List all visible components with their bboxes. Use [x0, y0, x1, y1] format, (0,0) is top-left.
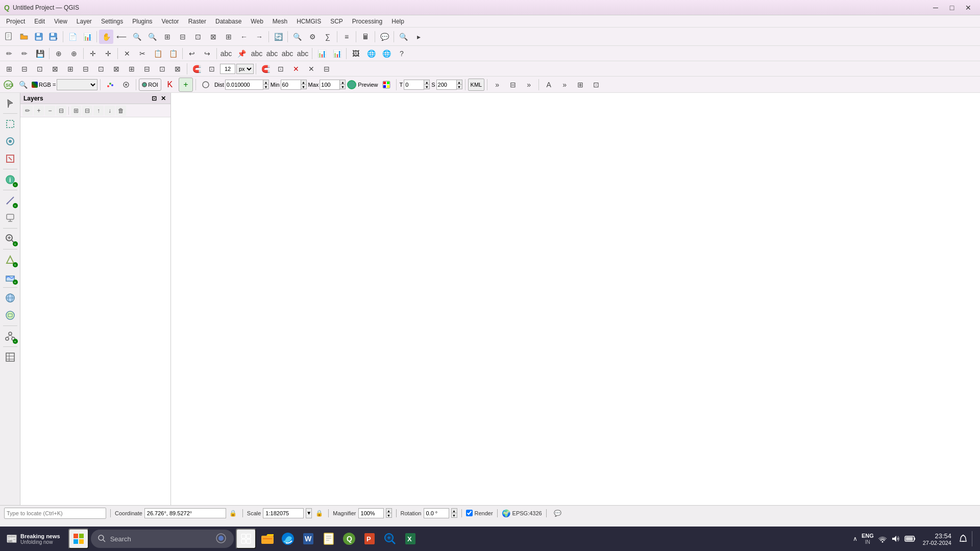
advanced-digit-button[interactable]: ⊡	[274, 62, 288, 76]
label-tool-button[interactable]: abc	[219, 46, 233, 61]
undo-button[interactable]: ↩	[185, 46, 199, 61]
snap2-button[interactable]: ⊡	[33, 62, 47, 76]
menu-plugins[interactable]: Plugins	[128, 17, 156, 26]
crs-icon-button[interactable]: 🌍	[502, 509, 510, 517]
taskbar-excel[interactable]: X	[401, 530, 420, 548]
paste-features-button[interactable]: 📋	[166, 46, 180, 61]
battery-tray[interactable]	[904, 535, 916, 542]
georef2-button[interactable]: 🌐	[379, 46, 394, 61]
taskbar-file-explorer[interactable]	[258, 530, 277, 548]
layers-remove-button[interactable]: −	[45, 106, 55, 116]
zoom-out-button[interactable]: 🔍	[145, 30, 159, 44]
scp-add-button[interactable]: +	[179, 78, 193, 92]
diagram2-button[interactable]: 📊	[330, 46, 344, 61]
menu-view[interactable]: View	[50, 17, 71, 26]
layers-edit-button[interactable]: ✏	[22, 106, 33, 116]
scp-more4[interactable]: ⊞	[573, 78, 587, 92]
delete-selected-button[interactable]: ✕	[120, 46, 134, 61]
reports-button[interactable]: 📊	[80, 30, 94, 44]
left-measure-button[interactable]: +	[2, 192, 18, 209]
georef-button[interactable]: 🌐	[364, 46, 378, 61]
menu-raster[interactable]: Raster	[184, 17, 210, 26]
rotate-feature-button[interactable]: ⊠	[170, 62, 185, 76]
show-hide-labels-button[interactable]: abc	[250, 46, 264, 61]
menu-mesh[interactable]: Mesh	[268, 17, 291, 26]
layers-collapse-button[interactable]: ⊟	[82, 106, 92, 116]
left-identify-button[interactable]: i +	[2, 171, 18, 188]
taskbar-qgis[interactable]: Q	[340, 530, 358, 548]
snap-settings-button[interactable]: ⊟	[17, 62, 32, 76]
scp-text1[interactable]: A	[542, 78, 556, 92]
scp-roi-button[interactable]: K	[163, 78, 177, 92]
add-feature-button[interactable]: ⊕	[52, 46, 66, 61]
news-ticker[interactable]: 📰 Breaking news Unfolding now	[4, 533, 62, 545]
scp-settings-button[interactable]	[119, 78, 133, 92]
select4-button[interactable]: ⊞	[63, 62, 78, 76]
snap-px-input[interactable]	[220, 64, 235, 74]
raster-edit-button[interactable]: 🖼	[349, 46, 363, 61]
redo-button[interactable]: ↪	[200, 46, 214, 61]
deselect-button[interactable]: ⊟	[79, 62, 93, 76]
show-desktop-tray[interactable]	[972, 531, 976, 546]
open-project-button[interactable]	[17, 30, 31, 44]
render-checkbox[interactable]	[466, 510, 473, 516]
log-messages-button[interactable]: 💬	[551, 506, 565, 520]
volume-tray[interactable]	[891, 534, 900, 543]
maximize-button[interactable]: □	[944, 3, 960, 13]
taskbar-word[interactable]: W	[299, 530, 317, 548]
menu-database[interactable]: Database	[211, 17, 246, 26]
change-label-properties-button[interactable]: abc	[296, 46, 310, 61]
save-as-button[interactable]: +	[46, 30, 61, 44]
layers-delete-button[interactable]: 🗑	[116, 106, 126, 116]
left-feature-button[interactable]	[2, 133, 18, 149]
magnifier-input[interactable]	[358, 508, 384, 518]
pan-map-button[interactable]: ⟵	[114, 30, 129, 44]
scp-more5[interactable]: ⊡	[589, 78, 603, 92]
vertex-tool-button[interactable]: ✛	[86, 46, 100, 61]
scp-more2[interactable]: ⊟	[506, 78, 520, 92]
zoom-layer-button[interactable]: ⊡	[191, 30, 205, 44]
scale-dropdown[interactable]: ▼	[306, 508, 312, 518]
taskbar-magnifier[interactable]	[381, 530, 399, 548]
help2-button[interactable]: ?	[395, 46, 409, 61]
scp-more1[interactable]: »	[490, 78, 504, 92]
select6-button[interactable]: ⊠	[109, 62, 124, 76]
layers-move-up-button[interactable]: ↑	[93, 106, 104, 116]
left-network-button[interactable]: +	[2, 328, 18, 344]
layers-expand-button[interactable]: ⊞	[71, 106, 81, 116]
left-zoom-in-button[interactable]: +	[2, 231, 18, 247]
map-canvas[interactable]	[171, 93, 980, 505]
select3-button[interactable]: ⊠	[48, 62, 62, 76]
language-indicator[interactable]: ENG IN	[862, 533, 874, 544]
locate-input[interactable]	[4, 508, 106, 519]
minimize-button[interactable]: ─	[928, 3, 943, 13]
max-input[interactable]	[320, 80, 340, 90]
scp-circle-button[interactable]	[199, 78, 213, 92]
select5-button[interactable]: ⊡	[94, 62, 108, 76]
add-part-button[interactable]: ⊕	[67, 46, 81, 61]
rotation-input[interactable]	[424, 508, 449, 518]
scp-scatter-button[interactable]	[103, 78, 117, 92]
zoom-prev-button[interactable]: ←	[237, 30, 251, 44]
cancel-edit-button[interactable]: ✕	[289, 62, 303, 76]
new-project-button[interactable]	[2, 30, 16, 44]
left-tool-1[interactable]	[2, 95, 18, 111]
left-table-button[interactable]	[2, 349, 18, 365]
scp-more3[interactable]: »	[522, 78, 536, 92]
min-down[interactable]: ▼	[301, 84, 307, 89]
min-input[interactable]	[281, 80, 301, 90]
menu-web[interactable]: Web	[247, 17, 267, 26]
close-button[interactable]: ✕	[961, 3, 976, 13]
zoom-selection-button[interactable]: ⊟	[176, 30, 190, 44]
sum-button[interactable]: ∑	[321, 30, 335, 44]
preview-circle[interactable]	[347, 80, 356, 89]
start-button[interactable]	[68, 529, 89, 549]
refresh-button[interactable]: 🔄	[271, 30, 285, 44]
coordinate-input[interactable]	[144, 508, 226, 518]
left-globe-button[interactable]	[2, 290, 18, 306]
move-feature-button[interactable]: ⊡	[155, 62, 169, 76]
left-raster-button[interactable]: +	[2, 269, 18, 285]
select-features-button[interactable]: ⚙	[305, 30, 320, 44]
t-down[interactable]: ▼	[424, 84, 430, 89]
snap-mode-button[interactable]: ⊡	[205, 62, 219, 76]
